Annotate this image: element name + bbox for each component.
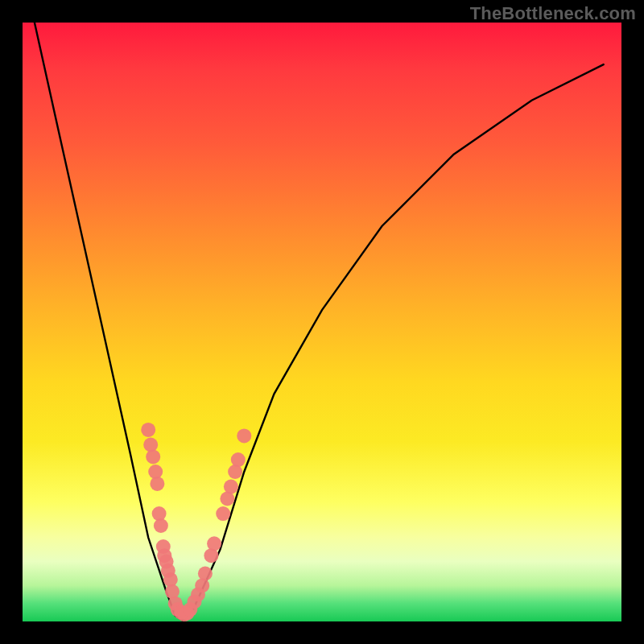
data-marker	[224, 480, 238, 494]
data-marker	[207, 536, 221, 551]
data-marker	[191, 588, 205, 602]
data-marker	[146, 449, 160, 464]
data-marker	[171, 602, 185, 617]
data-marker	[220, 492, 234, 506]
data-marker	[216, 506, 230, 521]
data-marker	[180, 606, 195, 621]
data-marker	[163, 572, 178, 587]
data-marker	[150, 477, 164, 491]
data-marker	[204, 548, 218, 563]
data-marker	[143, 438, 158, 452]
data-marker	[165, 584, 180, 599]
data-marker	[183, 602, 197, 617]
chart-svg	[23, 23, 621, 621]
data-marker	[161, 564, 175, 578]
bottleneck-curve	[35, 23, 604, 621]
data-marker	[231, 452, 246, 467]
watermark-text: TheBottleneck.com	[470, 3, 636, 24]
data-marker	[156, 539, 171, 554]
data-marker	[228, 464, 242, 479]
data-marker	[177, 607, 192, 621]
data-marker	[159, 555, 174, 569]
data-marker	[154, 518, 168, 533]
data-marker	[168, 597, 183, 611]
data-marker	[198, 567, 213, 581]
data-marker	[152, 506, 167, 521]
data-marker	[141, 423, 155, 437]
markers-group	[141, 423, 251, 621]
data-marker	[195, 578, 209, 592]
data-marker	[188, 594, 202, 609]
data-marker	[237, 428, 251, 443]
data-marker	[174, 605, 188, 620]
curve-group	[35, 23, 604, 621]
plot-area	[23, 23, 621, 621]
chart-frame: TheBottleneck.com	[0, 0, 644, 644]
data-marker	[148, 464, 163, 479]
data-marker	[157, 548, 171, 563]
